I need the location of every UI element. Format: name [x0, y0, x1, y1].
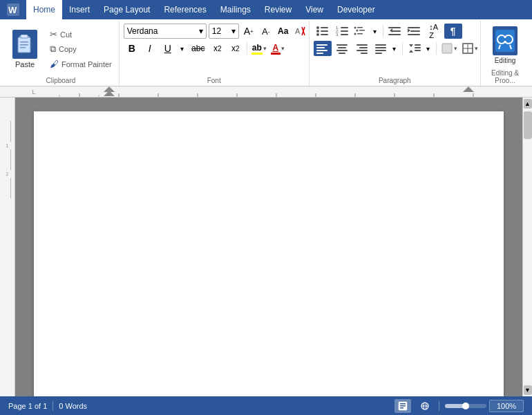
align-center-button[interactable]	[333, 41, 351, 56]
font-color-bar	[271, 53, 281, 55]
underline-button[interactable]: U	[160, 41, 176, 56]
zoom-value[interactable]: 100%	[489, 400, 524, 412]
clear-format-button[interactable]: A	[293, 24, 308, 39]
tab-view[interactable]: View	[298, 0, 330, 19]
shrink-font-button[interactable]: A-	[258, 24, 274, 39]
font-size-select[interactable]: 12 ▾	[209, 24, 239, 39]
superscript-button[interactable]: x2	[227, 41, 244, 56]
format-painter-button[interactable]: 🖌 Format Painter	[47, 57, 115, 71]
status-bar: Page 1 of 1 0 Words 100%	[0, 396, 532, 415]
highlight-ab-label: ab	[252, 43, 262, 53]
shading-dropdown-icon: ▾	[454, 45, 457, 52]
ruler-svg	[40, 86, 524, 97]
svg-rect-49	[375, 44, 386, 46]
font-label: Font	[120, 77, 309, 84]
bullets-button[interactable]	[314, 24, 332, 39]
doc-scroll-area[interactable]	[15, 98, 522, 396]
svg-point-23	[354, 27, 356, 29]
borders-dropdown-icon: ▾	[475, 45, 478, 52]
tab-insert[interactable]: Insert	[62, 0, 97, 19]
web-layout-view-button[interactable]	[417, 399, 433, 413]
line-spacing-dropdown-button[interactable]: ▾	[424, 41, 433, 56]
align-left-button[interactable]	[314, 41, 332, 56]
cut-icon: ✂	[50, 29, 57, 39]
ruler-inner	[40, 86, 532, 97]
svg-rect-7	[20, 47, 26, 48]
tab-mailings[interactable]: Mailings	[213, 0, 258, 19]
document-page[interactable]	[34, 111, 504, 396]
underline-dropdown-button[interactable]: ▾	[178, 41, 187, 56]
decrease-indent-button[interactable]	[386, 24, 404, 39]
menu-tabs: Home Insert Page Layout References Maili…	[26, 0, 382, 19]
ruler: L	[0, 86, 532, 98]
svg-rect-16	[321, 34, 328, 35]
line-spacing-button[interactable]	[406, 41, 424, 56]
paragraph-group: 1. 2. 3.	[310, 21, 481, 86]
align-dropdown-button[interactable]: ▾	[390, 41, 399, 56]
svg-rect-55	[415, 44, 421, 46]
svg-rect-39	[316, 50, 327, 51]
svg-marker-54	[409, 50, 413, 53]
svg-point-25	[356, 30, 358, 32]
format-painter-icon: 🖌	[50, 59, 59, 69]
menu-bar: W Home Insert Page Layout References Mai…	[0, 0, 532, 19]
tab-home[interactable]: Home	[26, 0, 62, 19]
sort-button[interactable]: ↕AZ	[425, 24, 443, 39]
show-formatting-button[interactable]: ¶	[444, 24, 462, 39]
clipboard-label: Clipboard	[3, 77, 119, 84]
svg-rect-37	[316, 44, 327, 46]
subscript-button[interactable]: x2	[209, 41, 226, 56]
bold-button[interactable]: B	[124, 41, 140, 56]
svg-rect-30	[391, 30, 401, 32]
svg-rect-38	[316, 47, 325, 48]
numbering-button[interactable]: 1. 2. 3.	[333, 24, 351, 39]
align-right-button[interactable]	[352, 41, 370, 56]
italic-button[interactable]: I	[142, 41, 158, 56]
svg-rect-58	[442, 44, 452, 53]
copy-button[interactable]: ⧉ Copy	[47, 42, 115, 56]
font-color-button[interactable]: A ▾	[269, 41, 286, 56]
grow-font-button[interactable]: A+	[241, 24, 256, 39]
zoom-slider[interactable]	[445, 404, 486, 408]
svg-rect-20	[341, 30, 348, 32]
tab-developer[interactable]: Developer	[330, 0, 382, 19]
font-name-dropdown-icon: ▾	[199, 26, 203, 36]
svg-rect-29	[388, 27, 401, 28]
multilevel-list-button[interactable]	[352, 24, 370, 39]
svg-rect-24	[357, 27, 363, 28]
editing-button[interactable]: Editing	[487, 24, 523, 67]
svg-rect-46	[359, 47, 368, 48]
separator-2	[439, 401, 439, 411]
print-layout-view-button[interactable]	[395, 399, 411, 413]
font-color-a-label: A	[272, 43, 278, 53]
cut-button[interactable]: ✂ Cut	[47, 28, 115, 41]
borders-button[interactable]: ▾	[460, 41, 479, 56]
tab-review[interactable]: Review	[258, 0, 298, 19]
separator-1	[53, 401, 53, 411]
list-dropdown-button[interactable]: ▾	[370, 24, 380, 39]
scroll-thumb[interactable]	[524, 111, 532, 139]
svg-rect-34	[410, 30, 420, 32]
increase-indent-button[interactable]	[406, 24, 424, 39]
editing-label: Editing	[495, 57, 516, 64]
svg-rect-40	[316, 53, 323, 54]
svg-rect-56	[415, 47, 421, 48]
tab-references[interactable]: References	[157, 0, 213, 19]
svg-text:3.: 3.	[336, 33, 339, 37]
justify-button[interactable]	[372, 41, 390, 56]
editing-group: Editing Editing & Proo...	[481, 21, 529, 86]
shading-button[interactable]: ▾	[439, 41, 459, 56]
font-color-dropdown-icon: ▾	[281, 45, 285, 52]
highlight-color-button[interactable]: ab ▾	[250, 41, 268, 56]
svg-rect-86	[400, 403, 406, 405]
editing-icon	[493, 26, 517, 55]
ruler-corner: L	[28, 89, 40, 95]
change-case-button[interactable]: Aa	[276, 24, 291, 39]
svg-rect-26	[359, 30, 365, 31]
paste-button[interactable]: Paste	[7, 27, 43, 71]
tab-page-layout[interactable]: Page Layout	[97, 0, 157, 19]
font-name-select[interactable]: Verdana ▾	[124, 24, 207, 39]
strikethrough-button[interactable]: abc	[189, 41, 208, 56]
vertical-scrollbar[interactable]: ▲ ▼	[522, 98, 532, 396]
svg-rect-42	[338, 47, 346, 48]
